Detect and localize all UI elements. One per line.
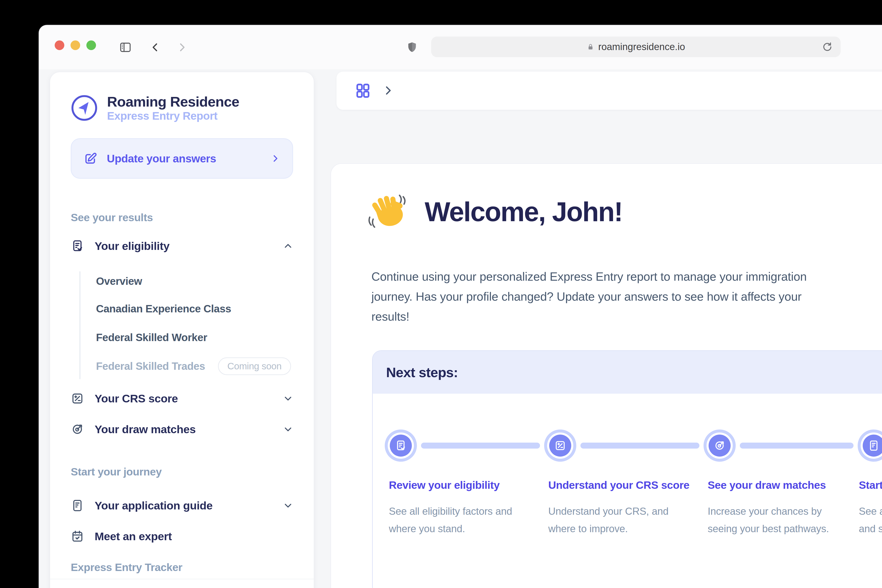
section-see-your-results: See your results bbox=[71, 211, 293, 224]
sidebar-subitem-label: Federal Skilled Trades bbox=[96, 360, 205, 372]
step-connector bbox=[740, 442, 854, 448]
step-badge-3 bbox=[704, 429, 736, 462]
close-window-button[interactable] bbox=[55, 40, 64, 50]
section-express-entry-tracker: Express Entry Tracker bbox=[71, 561, 293, 573]
chevron-down-icon bbox=[283, 393, 293, 404]
sidebar-item-label: Meet an expert bbox=[94, 530, 172, 543]
navigation-arrow-logo-icon bbox=[71, 94, 98, 122]
chevron-down-icon bbox=[283, 424, 293, 434]
waving-hand-emoji bbox=[368, 191, 409, 232]
traffic-lights bbox=[55, 40, 96, 50]
sidebar: Roaming Residence Express Entry Report U… bbox=[50, 72, 314, 588]
edit-pencil-icon bbox=[83, 152, 98, 166]
forward-button[interactable] bbox=[174, 39, 190, 56]
step-column-4: Start your application See all documents… bbox=[859, 478, 882, 537]
crs-calculator-icon bbox=[71, 392, 84, 405]
sidebar-subitem-federal-skilled-worker[interactable]: Federal Skilled Worker bbox=[96, 330, 294, 344]
document-check-icon bbox=[395, 440, 407, 452]
url-text: roamingresidence.io bbox=[598, 41, 685, 52]
sidebar-subitem-overview[interactable]: Overview bbox=[96, 274, 294, 288]
next-steps-card: Next steps: bbox=[372, 350, 882, 588]
sidebar-item-label: Your application guide bbox=[94, 499, 213, 512]
step-column-2: Understand your CRS score Understand you… bbox=[548, 478, 691, 537]
sidebar-subitem-federal-skilled-trades[interactable]: Federal Skilled Trades Coming soon bbox=[96, 359, 294, 373]
step-badge-2 bbox=[544, 429, 576, 462]
sidebar-item-meet-an-expert[interactable]: Meet an expert bbox=[71, 529, 293, 544]
breadcrumb-chevron-right-icon bbox=[381, 84, 394, 97]
target-arrow-icon bbox=[71, 423, 84, 436]
coming-soon-badge: Coming soon bbox=[218, 357, 291, 375]
sidebar-item-your-application-guide[interactable]: Your application guide bbox=[71, 498, 293, 513]
browser-window: roamingresidence.io Roaming R bbox=[39, 25, 882, 588]
document-check-icon bbox=[71, 239, 84, 253]
section-start-your-journey: Start your journey bbox=[71, 465, 293, 478]
next-steps-header: Next steps: bbox=[373, 351, 882, 394]
crs-calculator-icon bbox=[554, 440, 566, 452]
document-lines-icon bbox=[71, 499, 84, 512]
sidebar-item-label: Your draw matches bbox=[94, 423, 196, 436]
next-steps-body: Review your eligibility See all eligibil… bbox=[373, 394, 882, 588]
sidebar-item-your-draw-matches[interactable]: Your draw matches bbox=[71, 422, 293, 436]
step-description: See all documents you need and start you… bbox=[859, 502, 882, 537]
sidebar-subitem-canadian-experience-class[interactable]: Canadian Experience Class bbox=[96, 302, 294, 316]
step-connector bbox=[580, 442, 699, 448]
brand: Roaming Residence Express Entry Report bbox=[71, 94, 293, 122]
back-button[interactable] bbox=[147, 39, 164, 56]
update-answers-label: Update your answers bbox=[107, 152, 216, 165]
chevron-up-icon bbox=[283, 241, 293, 251]
reload-icon[interactable] bbox=[821, 40, 834, 53]
sidebar-item-your-crs-score[interactable]: Your CRS score bbox=[71, 391, 293, 406]
dashboard-grid-icon[interactable] bbox=[354, 82, 371, 99]
main-content-card: Welcome, John! Continue using your perso… bbox=[330, 163, 882, 588]
brand-subtitle: Express Entry Report bbox=[107, 110, 239, 122]
chevron-right-icon bbox=[270, 153, 280, 164]
step-badge-4 bbox=[858, 429, 882, 462]
url-bar[interactable]: roamingresidence.io bbox=[431, 36, 841, 57]
next-steps-title: Next steps: bbox=[386, 364, 458, 380]
minimize-window-button[interactable] bbox=[70, 40, 80, 50]
step-title[interactable]: Understand your CRS score bbox=[548, 478, 691, 492]
sidebar-item-label: Your eligibility bbox=[94, 240, 170, 252]
step-description: Understand your CRS, and where to improv… bbox=[548, 502, 691, 537]
zoom-window-button[interactable] bbox=[86, 40, 96, 50]
screenshot-stage: roamingresidence.io Roaming R bbox=[0, 0, 882, 588]
submenu-rule bbox=[80, 271, 80, 379]
lock-icon bbox=[586, 42, 594, 51]
welcome-heading-row: Welcome, John! bbox=[368, 191, 622, 232]
page-background: Roaming Residence Express Entry Report U… bbox=[39, 69, 882, 588]
step-column-3: See your draw matches Increase your chan… bbox=[708, 478, 850, 537]
step-description: See all eligibility factors and where yo… bbox=[389, 502, 531, 537]
sidebar-divider bbox=[50, 579, 314, 579]
step-title[interactable]: See your draw matches bbox=[708, 478, 850, 492]
update-answers-button[interactable]: Update your answers bbox=[71, 138, 293, 179]
browser-toolbar: roamingresidence.io bbox=[39, 25, 882, 70]
step-connector bbox=[421, 442, 540, 448]
target-arrow-icon bbox=[714, 440, 726, 452]
brand-title: Roaming Residence bbox=[107, 94, 239, 110]
chevron-down-icon bbox=[283, 501, 293, 511]
step-description: Increase your chances by seeing your bes… bbox=[708, 502, 850, 537]
step-badge-1 bbox=[385, 429, 417, 462]
intro-paragraph: Continue using your personalized Express… bbox=[371, 267, 828, 327]
sidebar-toggle-icon[interactable] bbox=[117, 39, 134, 56]
step-title[interactable]: Start your application bbox=[859, 478, 882, 492]
step-title[interactable]: Review your eligibility bbox=[389, 478, 531, 492]
welcome-title: Welcome, John! bbox=[425, 196, 622, 227]
step-column-1: Review your eligibility See all eligibil… bbox=[389, 478, 531, 537]
breadcrumb-bar bbox=[336, 72, 882, 110]
sidebar-item-your-eligibility[interactable]: Your eligibility bbox=[71, 238, 293, 254]
sidebar-item-label: Your CRS score bbox=[94, 392, 178, 405]
document-lines-icon bbox=[868, 440, 880, 452]
calendar-check-icon bbox=[71, 530, 84, 543]
privacy-shield-icon[interactable] bbox=[404, 39, 420, 56]
